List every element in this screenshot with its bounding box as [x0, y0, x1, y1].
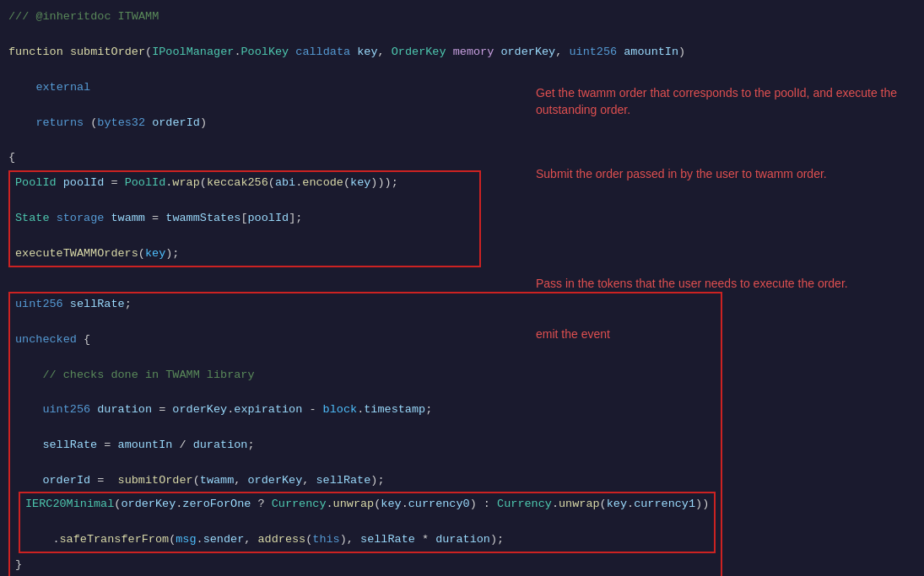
blank1 — [8, 271, 523, 288]
fn-signature: function submitOrder(IPoolManager.PoolKe… — [8, 44, 523, 62]
open-brace: { — [8, 149, 523, 167]
annotation-2: Submit the order passed in by the user t… — [536, 165, 911, 182]
comment-line: /// @inheritdoc ITWAMM — [8, 8, 523, 26]
box1-line3: executeTWAMMOrders(key); — [15, 245, 474, 263]
annotation-4: emit the event — [536, 326, 911, 342]
annotation-3: Pass in the tokens that the user needs t… — [536, 275, 911, 292]
fn-returns: returns (bytes32 orderId) — [8, 115, 523, 132]
box1-line2: State storage twamm = twammStates[poolId… — [15, 210, 474, 228]
fn-external: external — [8, 79, 523, 97]
code-panel: /// @inheritdoc ITWAMM function submitOr… — [0, 0, 523, 576]
annotation-panel: Get the twamm order that corresponds to … — [523, 0, 924, 576]
annotation-1: Get the twamm order that corresponds to … — [536, 84, 911, 119]
box-1: PoolId poolId = PoolId.wrap(keccak256(ab… — [8, 170, 481, 267]
box1-line1: PoolId poolId = PoolId.wrap(keccak256(ab… — [15, 175, 474, 192]
